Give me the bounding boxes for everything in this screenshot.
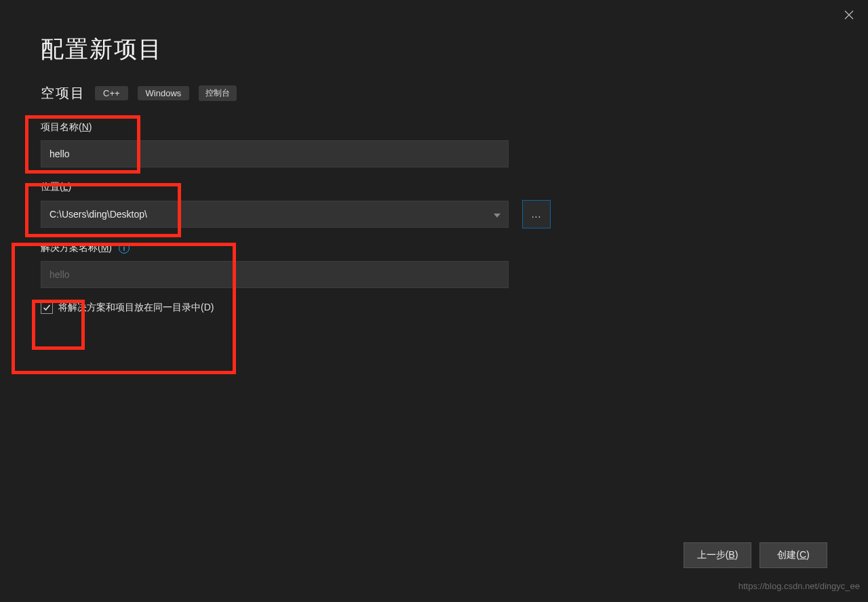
- tag-platform: Windows: [138, 86, 190, 100]
- back-button[interactable]: 上一步(B): [684, 542, 751, 568]
- label-text: 上一步(: [697, 549, 729, 560]
- label-hotkey: M: [101, 242, 109, 253]
- dialog-content: 配置新项目 空项目 C++ Windows 控制台 项目名称(N) 位置(L) …: [0, 0, 868, 314]
- label-text: ): [735, 549, 738, 560]
- location-row: ...: [41, 200, 827, 228]
- label-text: ): [108, 242, 112, 253]
- same-directory-label: 将解决方案和项目放在同一目录中(D): [58, 302, 214, 314]
- location-input[interactable]: [41, 201, 509, 228]
- label-text: ): [68, 181, 71, 192]
- subtitle-row: 空项目 C++ Windows 控制台: [41, 84, 827, 102]
- label-text: 项目名称(: [41, 121, 82, 132]
- project-template-name: 空项目: [41, 84, 85, 102]
- dialog-footer: 上一步(B) 创建(C): [684, 542, 827, 568]
- same-directory-checkbox[interactable]: [41, 302, 53, 314]
- label-text: ): [89, 121, 92, 132]
- watermark: https://blog.csdn.net/dingyc_ee: [738, 581, 860, 591]
- solution-name-label: 解决方案名称(M) i: [41, 242, 827, 254]
- browse-button[interactable]: ...: [522, 200, 551, 228]
- check-icon: [43, 304, 51, 312]
- label-text: ): [211, 302, 214, 313]
- location-group: 位置(L) ...: [41, 181, 827, 228]
- label-text: 将解决方案和项目放在同一目录中(: [58, 302, 204, 313]
- project-name-group: 项目名称(N): [41, 121, 827, 167]
- info-icon[interactable]: i: [119, 243, 130, 254]
- label-hotkey: C: [800, 549, 806, 560]
- solution-name-group: 解决方案名称(M) i: [41, 242, 827, 288]
- label-hotkey: B: [728, 549, 734, 560]
- label-text: 创建(: [777, 549, 800, 560]
- create-button[interactable]: 创建(C): [760, 542, 827, 568]
- label-text: 位置(: [41, 181, 63, 192]
- location-select-wrap: [41, 201, 509, 228]
- location-label: 位置(L): [41, 181, 827, 193]
- label-hotkey: N: [82, 121, 89, 132]
- same-directory-row: 将解决方案和项目放在同一目录中(D): [41, 302, 827, 314]
- project-name-label: 项目名称(N): [41, 121, 827, 134]
- page-title: 配置新项目: [41, 34, 827, 65]
- label-hotkey: D: [204, 302, 211, 313]
- project-name-input[interactable]: [41, 140, 509, 167]
- close-icon: [844, 10, 854, 20]
- tag-language: C++: [95, 86, 128, 100]
- tag-type: 控制台: [199, 85, 237, 101]
- close-button[interactable]: [842, 8, 856, 22]
- label-text: ): [806, 549, 810, 560]
- solution-name-input: [41, 261, 509, 288]
- label-text: 解决方案名称(: [41, 242, 101, 253]
